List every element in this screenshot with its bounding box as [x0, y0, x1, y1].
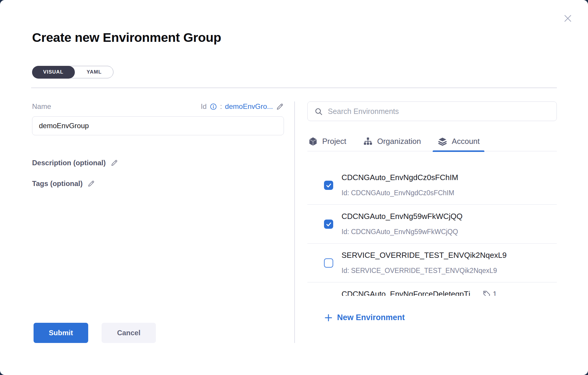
header-divider: [31, 88, 557, 88]
description-label: Description (optional): [32, 159, 106, 167]
tag-count: 1: [493, 290, 497, 296]
visual-yaml-toggle: VISUAL YAML: [32, 66, 113, 78]
env-list-item[interactable]: CDCNGAuto_EnvNgdCz0sFChIM Id: CDCNGAuto_…: [307, 166, 557, 205]
close-icon[interactable]: [562, 12, 574, 24]
edit-description-pencil-icon[interactable]: [110, 159, 118, 167]
new-environment-button[interactable]: New Environment: [324, 313, 557, 322]
env-name: SERVICE_OVERRIDE_TEST_ENVQik2NqexL9: [342, 251, 507, 260]
environment-picker: Project Organization Account CDCNGAuto_E…: [307, 101, 557, 322]
submit-button[interactable]: Submit: [34, 323, 88, 343]
panel-divider: [294, 101, 295, 343]
edit-id-pencil-icon[interactable]: [276, 103, 284, 111]
search-icon: [314, 107, 323, 116]
search-input[interactable]: [328, 102, 552, 121]
tab-project-label: Project: [322, 137, 346, 146]
env-list-item[interactable]: SERVICE_OVERRIDE_TEST_ENVQik2NqexL9 Id: …: [307, 244, 557, 282]
env-name: CDCNGAuto_EnvNg59wFkWCjQQ: [342, 212, 462, 221]
layers-icon: [437, 136, 448, 147]
info-icon[interactable]: [210, 103, 217, 110]
tab-account-label: Account: [452, 137, 480, 146]
env-id: Id: SERVICE_OVERRIDE_TEST_ENVQik2NqexL9: [342, 267, 557, 274]
page-title: Create new Environment Group: [32, 30, 221, 45]
tab-project[interactable]: Project: [307, 132, 347, 151]
env-checkbox[interactable]: [324, 220, 333, 229]
cube-icon: [308, 136, 318, 147]
env-id: Id: CDCNGAuto_EnvNgdCz0sFChIM: [342, 189, 557, 197]
tag-icon: [482, 290, 491, 296]
tab-organization[interactable]: Organization: [362, 132, 421, 151]
env-checkbox[interactable]: [324, 258, 333, 268]
id-value[interactable]: demoEnvGro...: [225, 102, 273, 111]
tag-badge: 1: [482, 290, 497, 296]
cancel-button[interactable]: Cancel: [102, 323, 156, 343]
env-checkbox[interactable]: [324, 181, 333, 190]
id-separator: :: [220, 102, 222, 111]
tags-label: Tags (optional): [32, 179, 83, 188]
environment-list: CDCNGAuto_EnvNgdCz0sFChIM Id: CDCNGAuto_…: [307, 151, 557, 296]
env-id: Id: CDCNGAuto_EnvNg59wFkWCjQQ: [342, 228, 557, 236]
env-name: CDCNGAuto_EnvNgdCz0sFChIM: [342, 173, 458, 182]
id-row: Id : demoEnvGro...: [201, 102, 284, 111]
env-list-item[interactable]: CDCNGAuto_EnvNgForceDeletegpTj... 1 Id: …: [307, 282, 557, 296]
org-chart-icon: [363, 136, 373, 147]
id-label: Id: [201, 102, 207, 111]
create-environment-group-modal: Create new Environment Group VISUAL YAML…: [0, 0, 588, 375]
name-input[interactable]: [32, 116, 284, 135]
edit-tags-pencil-icon[interactable]: [87, 180, 95, 188]
tab-account[interactable]: Account: [437, 132, 480, 151]
scope-tabs: Project Organization Account: [307, 132, 557, 151]
name-label: Name: [32, 102, 51, 111]
tab-visual[interactable]: VISUAL: [32, 66, 75, 79]
tab-yaml[interactable]: YAML: [75, 66, 113, 78]
tab-organization-label: Organization: [377, 137, 421, 146]
search-box: [307, 101, 557, 121]
env-group-form: Name Id : demoEnvGro... Description (opt…: [32, 102, 284, 188]
form-actions: Submit Cancel: [34, 323, 156, 343]
plus-icon: [324, 313, 333, 322]
env-list-item[interactable]: CDCNGAuto_EnvNg59wFkWCjQQ Id: CDCNGAuto_…: [307, 205, 557, 244]
new-environment-label: New Environment: [337, 313, 405, 322]
env-name: CDCNGAuto_EnvNgForceDeletegpTj...: [342, 290, 477, 296]
